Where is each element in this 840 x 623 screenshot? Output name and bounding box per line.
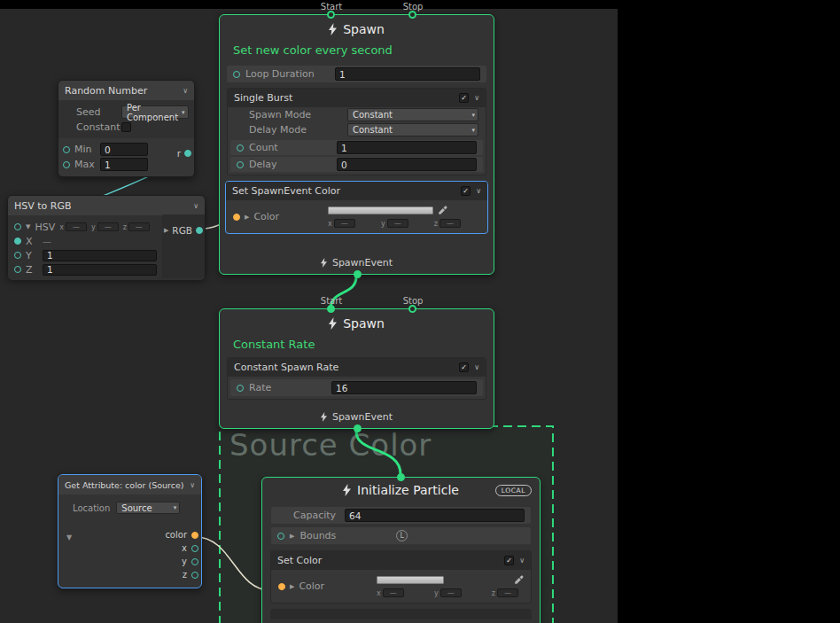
group-title[interactable]: Source Color [229, 427, 432, 463]
count-input[interactable]: 1 [337, 141, 477, 154]
axis-value[interactable]: — [497, 588, 518, 597]
rate-port[interactable] [237, 385, 244, 392]
constant-checkbox[interactable] [121, 122, 131, 132]
capacity-row: Capacity 64 [271, 507, 531, 524]
color-widget: x — y — z — [377, 575, 524, 597]
start-flow-port[interactable] [327, 305, 335, 313]
color-port[interactable] [233, 214, 240, 221]
location-dropdown[interactable]: Source ▾ [116, 502, 180, 514]
spawn2-titlebar[interactable]: Spawn [220, 309, 494, 338]
output-r-port[interactable] [184, 150, 191, 157]
random-number-node[interactable]: Random Number ∨ Seed Per Component ▾ Con… [58, 80, 195, 177]
spawn-context-2[interactable]: Start Stop Spawn Constant Rate Constant … [219, 308, 494, 429]
delay-port[interactable] [237, 161, 244, 168]
max-port[interactable] [63, 161, 70, 168]
spawnevent-flow-port[interactable] [354, 424, 362, 432]
color-swatch[interactable] [328, 206, 433, 214]
rgb-output-port[interactable] [196, 227, 203, 234]
axis-value[interactable]: — [97, 222, 119, 231]
rgb-output-label: RGB [172, 225, 192, 236]
axis-value[interactable]: — [128, 222, 150, 231]
z-port[interactable] [14, 266, 21, 273]
output-color-port[interactable] [191, 532, 198, 539]
random-number-titlebar[interactable]: Random Number ∨ [58, 81, 194, 100]
rate-input[interactable]: 16 [331, 381, 477, 394]
loop-duration-input[interactable]: 1 [335, 67, 480, 81]
collapse-chevron-icon[interactable]: ∨ [474, 363, 479, 371]
color-swatch[interactable] [377, 576, 444, 584]
capacity-input[interactable]: 64 [345, 509, 525, 522]
spawn2-subtitle[interactable]: Constant Rate [220, 338, 494, 357]
axis-value[interactable]: — [387, 219, 408, 228]
collapse-chevron-icon[interactable]: ∨ [476, 187, 481, 195]
axis-value[interactable]: — [440, 588, 462, 597]
y-input[interactable]: 1 [43, 250, 157, 261]
local-badge[interactable]: LOCAL [495, 485, 532, 496]
axis-value[interactable]: — [334, 219, 355, 228]
expand-right-icon[interactable]: ▶ [290, 583, 294, 590]
constant-spawn-rate-header[interactable]: Constant Spawn Rate ✓ ∨ [228, 358, 486, 377]
collapse-chevron-icon[interactable]: ∨ [519, 557, 525, 565]
output-x-port[interactable] [191, 545, 198, 552]
single-burst-header[interactable]: Single Burst ✓ ∨ [228, 89, 486, 107]
hsv-titlebar[interactable]: HSV to RGB ∨ [8, 196, 205, 215]
set-spawnevent-color-header[interactable]: Set SpawnEvent Color ✓ ∨ [226, 182, 487, 200]
axis-value[interactable]: — [383, 588, 404, 597]
collapse-chevron-icon[interactable]: ∨ [193, 202, 198, 210]
hsv-z-row: Z 1 [14, 262, 157, 276]
spawnevent-flow-port[interactable] [354, 270, 362, 278]
eyedropper-icon[interactable] [438, 206, 447, 215]
spawn1-titlebar[interactable]: Spawn [220, 15, 494, 43]
initialize-titlebar[interactable]: Initialize Particle LOCAL [262, 478, 540, 502]
expand-down-icon[interactable]: ▼ [26, 223, 30, 230]
collapse-chevron-icon[interactable]: ∨ [183, 87, 188, 95]
y-port[interactable] [14, 252, 21, 259]
stop-flow-port[interactable] [408, 11, 416, 19]
delay-input[interactable]: 0 [337, 158, 477, 171]
seed-dropdown[interactable]: Per Component ▾ [121, 105, 189, 119]
output-x: x [182, 543, 198, 553]
loop-duration-port[interactable] [233, 71, 240, 78]
hsv-to-rgb-node[interactable]: HSV to RGB ∨ ▼ HSV x — y — z — X — [7, 195, 206, 279]
get-attribute-node[interactable]: Get Attribute: color (Source) ∨ Location… [58, 474, 202, 588]
expand-right-icon[interactable]: ▶ [290, 533, 294, 540]
constant-spawn-rate-checkbox[interactable]: ✓ [459, 362, 469, 372]
min-port[interactable] [63, 146, 70, 153]
set-spawnevent-color-checkbox[interactable]: ✓ [461, 186, 471, 196]
expand-down-icon[interactable]: ▼ [66, 533, 72, 541]
get-attribute-titlebar[interactable]: Get Attribute: color (Source) ∨ [58, 475, 201, 495]
capacity-label: Capacity [293, 510, 336, 521]
delay-label: Delay [249, 159, 277, 170]
min-row: Min 0 [58, 142, 194, 157]
single-burst-checkbox[interactable]: ✓ [459, 93, 469, 103]
eyedropper-icon[interactable] [514, 575, 524, 585]
spawn-mode-dropdown[interactable]: Constant ▾ [347, 108, 478, 121]
stop-flow-port[interactable] [408, 305, 416, 313]
count-port[interactable] [237, 144, 244, 152]
expand-right-icon[interactable]: ▶ [245, 214, 249, 221]
delay-mode-dropdown[interactable]: Constant ▾ [347, 123, 478, 136]
hsv-port[interactable] [14, 223, 21, 230]
set-spawnevent-color-block[interactable]: Set SpawnEvent Color ✓ ∨ ▶ Color [225, 181, 488, 234]
z-input[interactable]: 1 [43, 264, 157, 276]
start-flow-port[interactable] [327, 11, 335, 19]
spawn1-subtitle[interactable]: Set new color every second [220, 43, 494, 63]
output-y-port[interactable] [191, 558, 198, 565]
initialize-particle-node[interactable]: Initialize Particle LOCAL Capacity 64 ▶ … [261, 477, 541, 623]
axis-value[interactable]: — [439, 219, 461, 228]
axis-value[interactable]: — [66, 222, 87, 231]
min-input[interactable]: 0 [100, 143, 148, 156]
collapse-chevron-icon[interactable]: ∨ [190, 481, 195, 489]
collapse-chevron-icon[interactable]: ∨ [474, 94, 479, 102]
bounds-local-icon[interactable]: L [396, 530, 408, 541]
set-color-checkbox[interactable]: ✓ [504, 556, 514, 565]
output-z-port[interactable] [191, 572, 198, 579]
bounds-port[interactable] [277, 533, 284, 540]
expand-right-icon[interactable]: ▶ [164, 227, 168, 234]
spawn-context-1[interactable]: Start Stop Spawn Set new color every sec… [219, 14, 494, 275]
x-port[interactable] [14, 238, 21, 245]
color-port[interactable] [278, 583, 285, 590]
loop-duration-label: Loop Duration [245, 68, 315, 80]
max-input[interactable]: 1 [100, 158, 148, 171]
set-color-header[interactable]: Set Color ✓ ∨ [271, 551, 531, 570]
